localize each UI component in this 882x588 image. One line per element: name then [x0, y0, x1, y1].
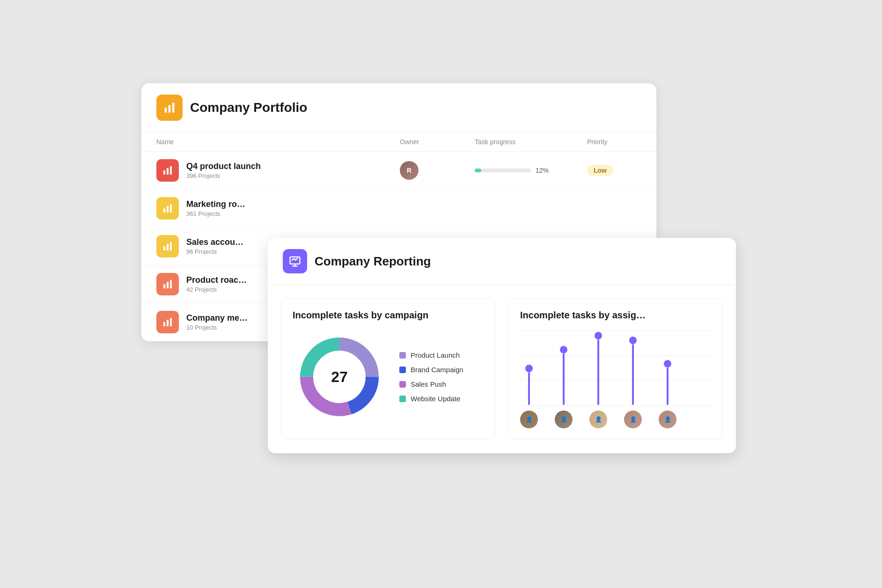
row-text: Marketing ro… 361 Projects — [186, 199, 245, 217]
donut-legend: Product Launch Brand Campaign Sales Push — [399, 351, 463, 403]
portfolio-title: Company Portfolio — [190, 100, 307, 115]
lollipop-container: 👤 👤 — [520, 335, 711, 428]
bar-icon — [162, 241, 173, 252]
svg-rect-2 — [172, 103, 175, 113]
row-text: Product roac… 42 Projects — [186, 275, 247, 293]
row-text: Q4 product launch 396 Projects — [186, 162, 261, 179]
reporting-title: Company Reporting — [315, 254, 431, 269]
avatar-img: 👤 — [589, 411, 607, 428]
row-sub: 96 Projects — [186, 248, 243, 255]
lollipop-avatar: 👤 — [520, 411, 538, 428]
donut-panel: Incomplete tasks by campaign — [281, 298, 495, 440]
avatar-img: 👤 — [555, 411, 573, 428]
table-row[interactable]: Marketing ro… 361 Projects — [141, 190, 656, 228]
lollipop-avatar: 👤 — [555, 411, 573, 428]
bar-panel: Incomplete tasks by assig… — [508, 298, 723, 440]
legend-dot-website-update — [399, 396, 406, 402]
lollipop-head — [525, 365, 533, 372]
lollipop-head — [560, 346, 567, 353]
row-sub: 361 Projects — [186, 210, 245, 217]
legend-item: Brand Campaign — [399, 366, 463, 374]
row-title: Marketing ro… — [186, 199, 245, 209]
lollipop-area: 👤 👤 — [520, 330, 711, 428]
svg-rect-17 — [170, 318, 172, 326]
grid-line — [520, 330, 711, 331]
lollipop-stem — [667, 368, 669, 405]
row-text: Company me… 10 Projects — [186, 313, 248, 331]
legend-label-product-launch: Product Launch — [411, 351, 460, 359]
lollipop-stem — [563, 353, 565, 405]
lollipop-item: 👤 — [659, 360, 676, 428]
row-icon — [156, 197, 179, 220]
row-title: Sales accou… — [186, 237, 243, 247]
bar-icon — [162, 279, 173, 290]
row-icon — [156, 159, 179, 182]
table-header: Name Owner Task progress Priority — [141, 132, 656, 152]
bar-title: Incomplete tasks by assig… — [520, 310, 711, 321]
row-title: Q4 product launch — [186, 162, 261, 171]
row-icon — [156, 311, 179, 333]
avatar-img: 👤 — [624, 411, 642, 428]
reporting-header: Company Reporting — [268, 238, 736, 285]
row-icon — [156, 273, 179, 295]
svg-rect-9 — [163, 246, 165, 250]
row-sub: 10 Projects — [186, 324, 248, 331]
col-owner: Owner — [400, 138, 475, 146]
avatar-img: 👤 — [520, 411, 538, 428]
bar-icon — [162, 203, 173, 214]
legend-item: Sales Push — [399, 380, 463, 388]
col-progress: Task progress — [475, 138, 587, 146]
portfolio-header: Company Portfolio — [141, 83, 656, 132]
lollipop-head — [629, 337, 637, 344]
legend-dot-brand-campaign — [399, 367, 406, 373]
svg-rect-0 — [165, 108, 167, 113]
donut-center-value: 27 — [331, 368, 348, 386]
priority-badge: Low — [587, 165, 613, 176]
legend-dot-product-launch — [399, 352, 406, 359]
row-sub: 42 Projects — [186, 286, 247, 293]
svg-rect-8 — [170, 204, 172, 213]
svg-rect-10 — [167, 244, 169, 250]
progress-bar-bg — [475, 169, 531, 172]
lollipop-avatar: 👤 — [624, 411, 642, 428]
lollipop-stem — [632, 344, 634, 405]
lollipop-item: 👤 — [589, 332, 607, 428]
progress-bar-fill — [475, 169, 481, 172]
svg-rect-7 — [167, 206, 169, 213]
lollipop-item: 👤 — [555, 346, 573, 428]
priority-cell: Low — [587, 165, 656, 176]
col-name: Name — [156, 138, 400, 146]
reporting-body: Incomplete tasks by campaign — [268, 285, 736, 453]
legend-label-brand-campaign: Brand Campaign — [411, 366, 463, 374]
table-row[interactable]: Q4 product launch 396 Projects R 12% Low — [141, 152, 656, 190]
svg-rect-12 — [163, 284, 165, 288]
svg-rect-11 — [170, 242, 172, 250]
progress-cell: 12% — [475, 167, 587, 174]
svg-rect-18 — [290, 257, 300, 264]
row-sub: 396 Projects — [186, 172, 261, 179]
scene: Company Portfolio Name Owner Task progre… — [141, 83, 741, 505]
reporting-card: Company Reporting Incomplete tasks by ca… — [268, 238, 736, 453]
presentation-icon — [288, 255, 301, 268]
avatar-img: 👤 — [659, 411, 676, 428]
bar-chart-icon — [163, 101, 176, 114]
row-name-cell: Marketing ro… 361 Projects — [156, 197, 400, 220]
svg-rect-14 — [170, 280, 172, 288]
lollipop-item: 👤 — [624, 337, 642, 428]
legend-label-sales-push: Sales Push — [411, 380, 446, 388]
legend-item: Website Update — [399, 395, 463, 403]
col-priority: Priority — [587, 138, 656, 146]
bar-icon — [162, 165, 173, 176]
lollipop-avatar: 👤 — [659, 411, 676, 428]
row-name-cell: Q4 product launch 396 Projects — [156, 159, 400, 182]
reporting-icon — [283, 249, 307, 273]
lollipop-stem — [528, 372, 530, 405]
lollipop-head — [664, 360, 671, 368]
donut-content: 27 Product Launch Brand Campaign — [293, 330, 484, 424]
row-title: Product roac… — [186, 275, 247, 285]
svg-rect-1 — [169, 105, 171, 112]
lollipop-avatar: 👤 — [589, 411, 607, 428]
svg-rect-3 — [163, 170, 165, 175]
svg-rect-5 — [170, 166, 172, 175]
svg-rect-4 — [167, 168, 169, 175]
